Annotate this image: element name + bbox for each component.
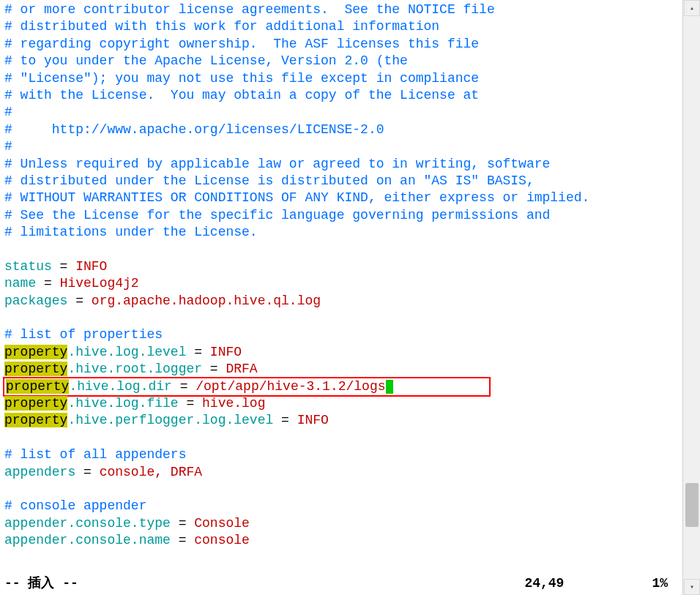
kv-val: INFO [75, 259, 107, 274]
equals: = [75, 465, 99, 479]
equals: = [171, 516, 194, 531]
vertical-scrollbar[interactable]: ▴ ▾ [682, 0, 700, 595]
vim-mode: -- 插入 -- [4, 575, 78, 592]
comment-line: # regarding copyright ownership. The ASF… [4, 37, 479, 51]
kv-val: Console [194, 516, 250, 531]
code-content: # or more contributor license agreements… [4, 1, 678, 550]
license-url: http://www.apache.org/licenses/LICENSE-2… [52, 122, 384, 137]
equals: = [52, 259, 75, 274]
comment-line: # "License"); you may not use this file … [4, 71, 479, 86]
prop-val-logdir: /opt/app/hive-3.1.2/logs [196, 379, 385, 394]
equals: = [67, 293, 91, 308]
comment-line: # or more contributor license agreements… [4, 2, 495, 17]
kv-key: appenders [4, 465, 75, 479]
comment-line: # See the License for the specific langu… [4, 208, 550, 222]
property-keyword: property [4, 396, 67, 411]
equals: = [172, 379, 196, 394]
equals: = [273, 413, 297, 427]
kv-val: HiveLog4j2 [60, 276, 139, 291]
equals: = [179, 396, 202, 411]
prop-val: hive.log [202, 396, 265, 411]
editor-viewport[interactable]: # or more contributor license agreements… [0, 0, 682, 595]
kv-key: status [4, 259, 52, 274]
comment-line: # [4, 139, 12, 154]
prop-val: INFO [210, 345, 242, 359]
comment-line: # distributed with this work for additio… [4, 19, 439, 34]
status-spacer [78, 575, 525, 592]
prop-val: INFO [297, 413, 329, 427]
comment-line: # WITHOUT WARRANTIES OR CONDITIONS OF AN… [4, 190, 589, 205]
comment-line: # limitations under the License. [4, 225, 258, 239]
highlighted-edit-line: property.hive.log.dir = /opt/app/hive-3.… [3, 377, 491, 397]
chevron-down-icon: ▾ [690, 583, 694, 592]
equals: = [171, 533, 194, 547]
section-header: # console appender [4, 498, 146, 513]
comment-line: # with the License. You may obtain a cop… [4, 88, 479, 102]
kv-key: name [4, 276, 36, 291]
kv-key: packages [4, 293, 67, 308]
kv-key: appender.console.name [4, 533, 171, 547]
property-keyword: property [4, 362, 67, 376]
equals: = [36, 276, 59, 291]
equals: = [202, 362, 226, 376]
text-cursor [386, 380, 393, 394]
kv-val: console [194, 533, 250, 547]
chevron-up-icon: ▴ [690, 4, 694, 13]
kv-val: org.apache.hadoop.hive.ql.log [92, 293, 321, 308]
comment-line: # [4, 122, 52, 137]
section-header: # list of all appenders [4, 447, 186, 462]
scrollbar-down-button[interactable]: ▾ [684, 579, 700, 595]
kv-key: appender.console.type [4, 516, 171, 531]
property-keyword: property [6, 379, 69, 394]
scrollbar-up-button[interactable]: ▴ [684, 0, 700, 16]
prop-val: DRFA [226, 362, 257, 376]
property-keyword: property [4, 345, 67, 359]
comment-line: # to you under the Apache License, Versi… [4, 53, 408, 68]
vim-status-line: -- 插入 -- 24,49 1% [4, 575, 678, 592]
prop-path: .hive.root.logger [67, 362, 202, 376]
scroll-percent: 1% [652, 575, 678, 592]
cursor-position: 24,49 [524, 575, 652, 592]
equals: = [186, 345, 209, 359]
comment-line: # distributed under the License is distr… [4, 173, 535, 188]
property-keyword: property [4, 413, 67, 427]
scrollbar-thumb[interactable] [685, 483, 699, 527]
comment-line: # [4, 105, 12, 119]
prop-path: .hive.perflogger.log.level [67, 413, 273, 427]
section-header: # list of properties [4, 327, 163, 342]
prop-path: .hive.log.dir [69, 379, 171, 394]
prop-path: .hive.log.file [67, 396, 178, 411]
comment-line: # Unless required by applicable law or a… [4, 157, 550, 171]
kv-val: console, DRFA [100, 465, 202, 479]
prop-path: .hive.log.level [67, 345, 186, 359]
